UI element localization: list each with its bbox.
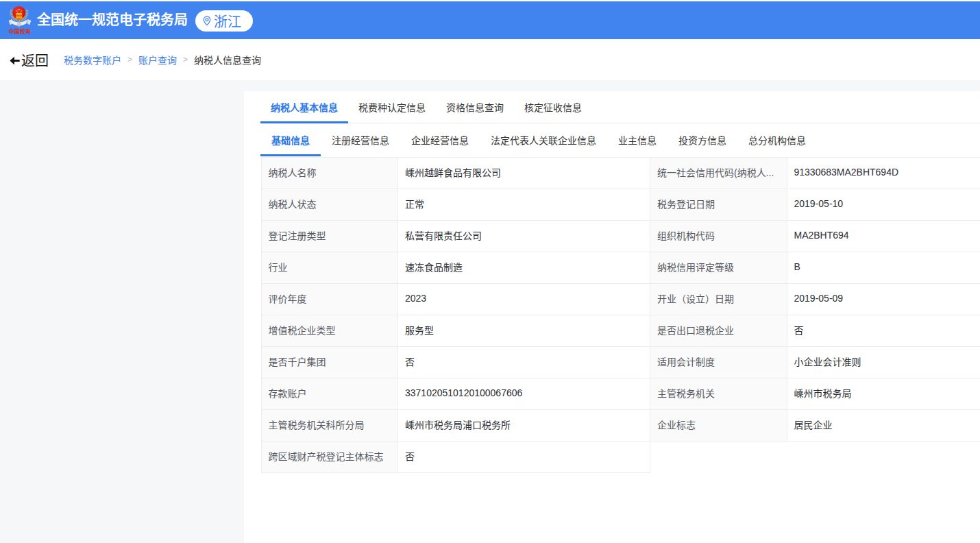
svg-text:中国税务: 中国税务 [8,28,32,34]
